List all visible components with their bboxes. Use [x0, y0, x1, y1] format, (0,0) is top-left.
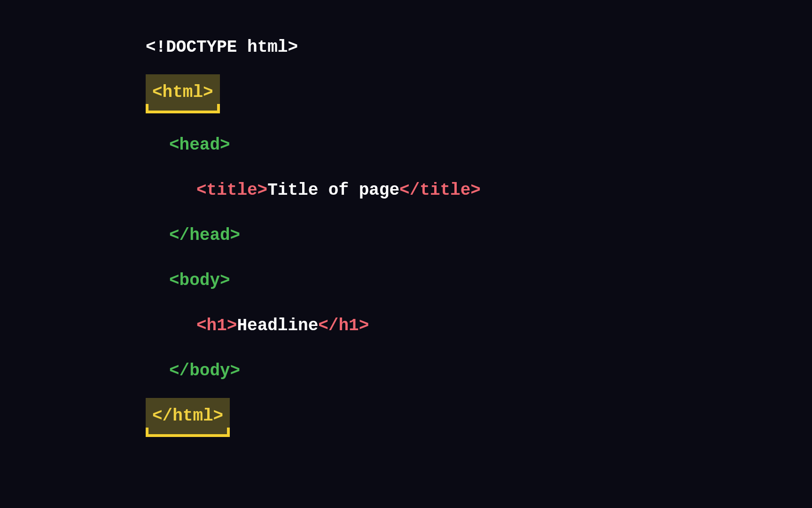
code-line-html-close: </html>: [146, 406, 812, 459]
html-close-highlight: </html>: [146, 398, 230, 437]
title-close-tag: </title>: [399, 181, 481, 200]
h1-content: Headline: [237, 316, 318, 335]
code-line-head-open: <head>: [146, 135, 812, 181]
code-line-h1: <h1> Headline </h1>: [146, 316, 812, 361]
code-line-doctype: <!DOCTYPE html>: [146, 38, 812, 83]
head-close-tag: </head>: [169, 226, 240, 245]
code-line-body-open: <body>: [146, 271, 812, 316]
title-open-tag: <title>: [196, 181, 267, 200]
code-line-head-close: </head>: [146, 226, 812, 271]
html-open-tag: <html>: [152, 83, 213, 102]
code-line-html-open: <html>: [146, 83, 812, 135]
body-close-tag: </body>: [169, 361, 240, 381]
h1-close-tag: </h1>: [318, 316, 369, 335]
title-content: Title of page: [267, 181, 399, 200]
html-close-tag: </html>: [152, 406, 223, 426]
doctype-text: <!DOCTYPE html>: [146, 38, 298, 57]
code-line-title: <title> Title of page </title>: [146, 181, 812, 226]
body-open-tag: <body>: [169, 271, 230, 290]
code-line-body-close: </body>: [146, 361, 812, 406]
html-open-highlight: <html>: [146, 74, 220, 113]
h1-open-tag: <h1>: [196, 316, 237, 335]
head-open-tag: <head>: [169, 135, 230, 155]
